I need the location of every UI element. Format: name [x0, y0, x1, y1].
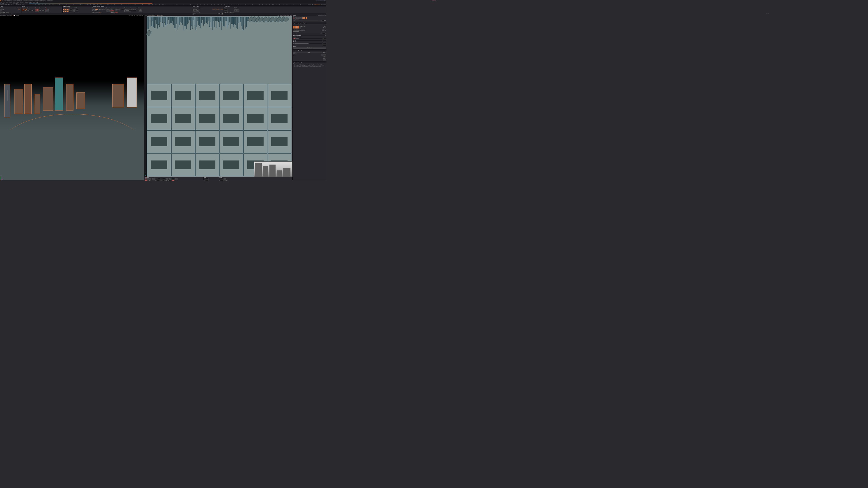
vu-c5-icon[interactable]	[152, 15, 154, 16]
minimize-button[interactable]: —	[315, 0, 319, 1]
iter-input[interactable]: 50	[31, 10, 35, 11]
align-caret-icon[interactable]: ▸	[326, 23, 326, 24]
scale-input[interactable]: 0.25	[41, 10, 45, 11]
c2-icon[interactable]: ↕	[48, 10, 49, 12]
topo-label[interactable]: Topo	[20, 4, 21, 5]
vu-plus-icon[interactable]: +	[155, 15, 157, 16]
enable-btn[interactable]: Enable	[18, 8, 21, 10]
vt-cross-icon[interactable]: ✕	[13, 15, 14, 16]
al-i7-icon[interactable]: ▤	[303, 26, 304, 27]
pack6-icon[interactable]: ▦	[67, 10, 69, 12]
preview-thumbnail[interactable]	[254, 161, 293, 177]
vt-c6-icon[interactable]	[9, 15, 11, 16]
vu-c1-icon[interactable]	[146, 15, 147, 16]
vt-c1-icon[interactable]	[2, 15, 3, 16]
res2-input[interactable]: 102	[75, 10, 78, 12]
liveu-btn[interactable]: Live U	[2, 12, 5, 13]
vt-c3-icon[interactable]	[5, 15, 6, 16]
menu-help[interactable]: Help	[36, 2, 38, 3]
flips-btn[interactable]: 1 Flips	[35, 8, 39, 10]
texeld-label[interactable]: Texel D	[16, 4, 19, 5]
menu-tools[interactable]: Tools	[33, 2, 35, 3]
al2-i4-icon[interactable]: ▼	[298, 27, 299, 29]
help-caret-icon[interactable]: ▸	[326, 62, 326, 63]
menu-transform[interactable]: Transform	[25, 2, 29, 3]
vu-c6-icon[interactable]	[154, 15, 155, 16]
viewport-3d[interactable]: + ✕ Isol. Hide 3D Flats Show Auto	[0, 15, 144, 180]
sel-i4-icon[interactable]: ⊞	[299, 18, 301, 19]
menu-groups[interactable]: Groups	[9, 2, 12, 3]
close-button[interactable]: ✕	[322, 0, 326, 1]
menu-layout[interactable]: Layout	[29, 2, 32, 3]
vu-rect-icon[interactable]	[145, 15, 146, 16]
maximize-button[interactable]: □	[319, 0, 322, 1]
vu-sq2-icon[interactable]	[160, 15, 161, 16]
menu-seams[interactable]: Seams	[13, 2, 16, 3]
vpuv-hide[interactable]: Hide	[280, 15, 282, 16]
al-i6-icon[interactable]: ▣	[301, 26, 302, 27]
vt-plus-icon[interactable]: +	[11, 15, 12, 16]
vt-c4-icon[interactable]	[6, 15, 8, 16]
vt-sq2-icon[interactable]	[16, 15, 17, 16]
vu-c3-icon[interactable]	[149, 15, 151, 16]
sel-i5-icon[interactable]: ◈	[301, 18, 302, 19]
al2-i1-icon[interactable]: ◀	[293, 27, 294, 29]
optimize-o-button[interactable]: O	[25, 8, 27, 11]
menu-select[interactable]: Select	[6, 2, 8, 3]
vp3d-auto[interactable]: Auto	[142, 15, 143, 16]
pack5-icon[interactable]: ▦	[65, 10, 67, 12]
sim4-icon[interactable]: ≡	[293, 33, 293, 34]
margin1-input[interactable]: 2	[69, 8, 72, 10]
uv-canvas[interactable]	[144, 15, 292, 180]
tiles-count[interactable]: 1	[312, 4, 313, 5]
al2-i3-icon[interactable]: ▲	[296, 27, 298, 29]
pin-icon[interactable]: 📌	[45, 8, 47, 10]
vu-sq3-icon[interactable]	[161, 15, 163, 16]
sel-i7-icon[interactable]: ◎	[304, 18, 305, 19]
it-input[interactable]: 1	[28, 10, 31, 11]
vp3d-3d[interactable]: 3D	[134, 15, 135, 16]
viewport-uv[interactable]: + ✕ Isol. Hide 3D Flats Show Auto	[144, 15, 293, 180]
al3-i5-icon[interactable]: ↕	[299, 30, 301, 31]
vp3d-hide[interactable]: Hide	[131, 15, 133, 16]
off-toggle[interactable]: Off	[13, 3, 15, 5]
sel-i8-icon[interactable]: ○	[306, 18, 307, 19]
pack4-icon[interactable]: ▦	[63, 10, 65, 12]
vu-cross-icon[interactable]: ✕	[157, 15, 158, 16]
vpuv-3d[interactable]: 3D	[283, 15, 284, 16]
pack3-icon[interactable]: ▦	[67, 8, 69, 10]
al2-i2-icon[interactable]: ▶	[295, 27, 296, 29]
vt-dot-icon[interactable]	[14, 15, 16, 16]
weld-icon[interactable]: ⋈	[2, 8, 4, 10]
vu-c4-icon[interactable]	[151, 15, 152, 16]
al2-i5-icon[interactable]: ⊞	[299, 27, 301, 29]
autosel-caret-icon[interactable]: ▸	[326, 35, 326, 36]
vt-c5-icon[interactable]	[8, 15, 9, 16]
al-i8-icon[interactable]: ▥	[304, 26, 305, 27]
menu-edit[interactable]: Edit	[3, 2, 4, 3]
res1-input[interactable]: 1	[75, 8, 78, 10]
vt-sq3-icon[interactable]	[17, 15, 19, 16]
pack2-icon[interactable]: ▦	[65, 8, 67, 10]
vp3d-show[interactable]: Show	[138, 15, 141, 16]
sim2-icon[interactable]: ⊞	[324, 20, 325, 21]
vu-dot-icon[interactable]	[158, 15, 160, 16]
menu-files[interactable]: Files	[0, 2, 2, 3]
ov-icon[interactable]: ⊞	[221, 13, 223, 15]
crush-icon[interactable]: ▬	[303, 30, 305, 31]
stretch-ruler[interactable]: 00.050.10.150.20.250.30.350.40.450.50.55…	[29, 3, 304, 5]
matid-label[interactable]: Mat ID	[16, 3, 19, 4]
uvch-caret-icon[interactable]: ▸	[326, 50, 326, 51]
vp3d-isol[interactable]: Isol.	[129, 15, 131, 16]
c1-icon[interactable]: ↔	[45, 10, 47, 12]
vpuv-flats[interactable]: Flats	[284, 15, 286, 16]
sim-icon[interactable]: ≡	[293, 20, 293, 21]
stack-icon[interactable]: ≡	[193, 13, 194, 15]
sim3-icon[interactable]: ⊟	[325, 20, 326, 21]
tile-icon[interactable]: ▦	[324, 27, 326, 29]
stretch-label[interactable]: Stretch	[22, 4, 24, 5]
menu-constrain[interactable]: Constrain	[20, 2, 24, 3]
liveo-btn[interactable]: Live O	[6, 12, 9, 13]
vpuv-show[interactable]: Show	[287, 15, 289, 16]
unpin-icon[interactable]: ⊘	[48, 8, 49, 10]
